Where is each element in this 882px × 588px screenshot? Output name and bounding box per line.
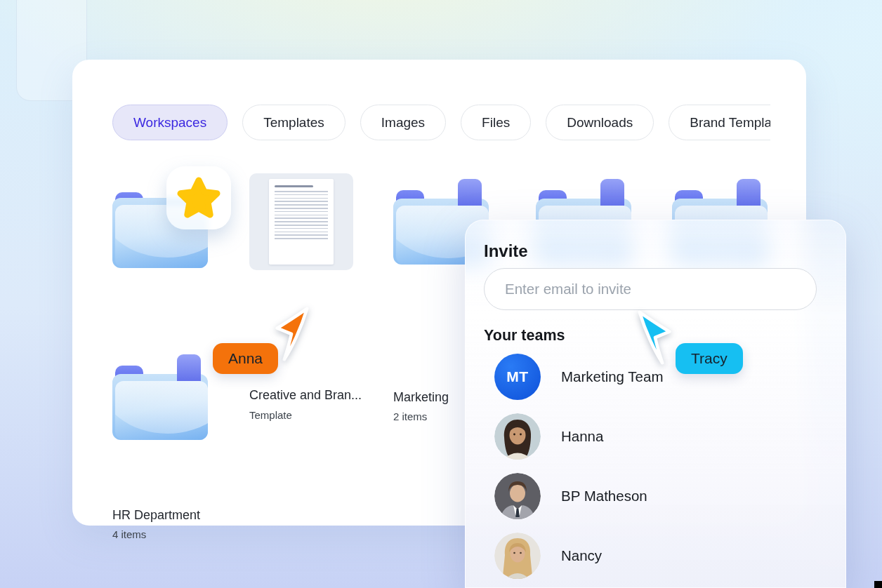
anna-cursor-icon — [274, 306, 309, 362]
collaborator-name: Anna — [228, 350, 263, 366]
woman-dark-hair-photo — [494, 413, 541, 460]
tab-row: Workspaces Templates Images Files Downlo… — [112, 105, 770, 140]
your-teams-heading: Your teams — [484, 327, 565, 345]
tab-label: Workspaces — [133, 115, 206, 131]
document-thumbnail — [249, 173, 353, 270]
tab-templates[interactable]: Templates — [242, 105, 345, 140]
screen: Workspaces Templates Images Files Downlo… — [0, 0, 882, 588]
tab-files[interactable]: Files — [461, 105, 531, 140]
member-name: Hanna — [561, 428, 603, 445]
team-name: Marketing Team — [561, 368, 663, 385]
folder-front — [115, 381, 208, 440]
folder-item-count: 4 items — [112, 528, 146, 540]
member-name: BP Matheson — [561, 488, 647, 505]
member-row-nancy[interactable]: Nancy — [494, 533, 602, 579]
tab-label: Downloads — [567, 115, 633, 131]
tab-brand-templates[interactable]: Brand Templates — [669, 105, 770, 140]
tracy-cursor-icon — [638, 309, 673, 366]
document-name: Creative and Bran... — [249, 388, 362, 403]
folder-item-count: 2 items — [393, 410, 427, 422]
document-title-line — [275, 185, 313, 187]
tab-bar: Workspaces Templates Images Files Downlo… — [112, 105, 770, 142]
tab-label: Files — [482, 115, 510, 131]
document-type-label: Template — [249, 409, 292, 421]
member-row-bp-matheson[interactable]: BP Matheson — [494, 473, 647, 519]
starred-badge[interactable] — [166, 166, 231, 229]
star-icon — [176, 175, 221, 220]
avatar-hanna — [494, 413, 541, 460]
document-page — [269, 179, 334, 265]
avatar-bp-matheson — [494, 473, 541, 519]
man-suit-photo — [494, 473, 541, 519]
black-corner-mark — [874, 581, 882, 588]
invite-email-input[interactable] — [484, 268, 817, 310]
tab-downloads[interactable]: Downloads — [546, 105, 654, 140]
tracy-cursor-label: Tracy — [676, 343, 743, 374]
invite-panel: Invite Your teams MT Marketing Team — [465, 220, 846, 588]
woman-blonde-photo — [494, 533, 541, 579]
anna-cursor-label: Anna — [213, 343, 278, 374]
tab-label: Templates — [263, 115, 324, 131]
tab-label: Images — [381, 115, 425, 131]
tab-workspaces[interactable]: Workspaces — [112, 105, 228, 140]
tab-label: Brand Templates — [690, 115, 770, 131]
document-tile-creative[interactable]: Creative and Bran... Template — [249, 173, 355, 314]
folder-icon — [112, 354, 208, 440]
folder-name: HR Department — [112, 508, 200, 523]
folder-tile-hr-department[interactable]: HR Department 4 items — [112, 354, 218, 488]
folder-name: Marketing — [393, 390, 449, 405]
collaborator-name: Tracy — [691, 350, 728, 366]
tab-images[interactable]: Images — [360, 105, 446, 140]
member-row-hanna[interactable]: Hanna — [494, 413, 603, 460]
invite-panel-title: Invite — [484, 241, 528, 261]
avatar-nancy — [494, 533, 541, 579]
team-initials: MT — [506, 368, 528, 385]
team-avatar-initials: MT — [494, 354, 541, 400]
member-name: Nancy — [561, 547, 602, 564]
document-text-lines — [275, 191, 328, 241]
